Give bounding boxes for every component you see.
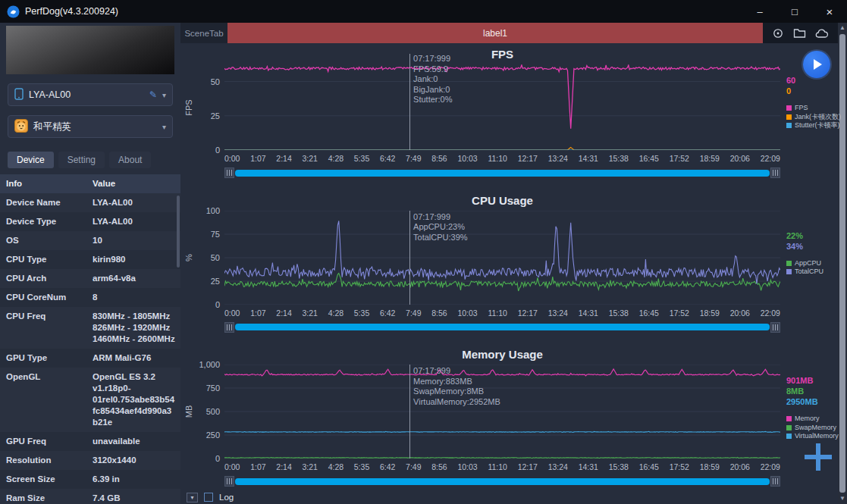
scroll-up-icon[interactable]: ▲ xyxy=(839,23,845,33)
info-table-row: CPU Typekirin980 xyxy=(0,250,180,269)
x-tick-label: 6:42 xyxy=(380,154,395,163)
scene-toolbar xyxy=(770,23,838,43)
x-tick-label: 6:42 xyxy=(380,462,395,471)
tab-device[interactable]: Device xyxy=(8,152,54,168)
legend-item[interactable]: FPS xyxy=(786,104,838,113)
legend-item[interactable]: SwapMemory xyxy=(786,424,838,433)
chart-time-scrollbar[interactable] xyxy=(224,476,780,487)
maximize-button[interactable]: □ xyxy=(777,0,812,23)
plot-area[interactable]: 07:17:999FPS:59.9Jank:0BigJank:0Stutter:… xyxy=(224,64,780,150)
scrollbar-right-handle[interactable] xyxy=(770,167,780,178)
x-axis-labels: 0:001:072:143:214:285:356:427:498:5610:0… xyxy=(224,308,780,318)
value-cell: kirin980 xyxy=(85,250,180,269)
info-cell: Screen Size xyxy=(0,470,85,489)
x-tick-label: 17:52 xyxy=(670,154,689,163)
chart-section: FPS FPS 02550 07:17:999FPS:59.9Jank:0Big… xyxy=(180,45,838,182)
legend-item[interactable]: TotalCPU xyxy=(786,268,838,277)
add-chart-button[interactable] xyxy=(805,443,832,471)
app-window: PerfDog(v4.3.200924) – □ × LYA-AL00 ✎ ▾ xyxy=(0,0,847,504)
legend-item[interactable]: Stutter(卡顿率) xyxy=(786,121,838,130)
legend-label: FPS xyxy=(795,104,808,113)
current-values: 600 xyxy=(786,75,838,96)
log-collapse-button[interactable]: ▾ xyxy=(187,493,198,502)
device-selector[interactable]: LYA-AL00 ✎ ▾ xyxy=(8,83,173,106)
window-scrollbar[interactable]: ▲ ▼ xyxy=(838,23,847,504)
locate-icon[interactable] xyxy=(772,27,784,39)
info-table-header: InfoValue xyxy=(0,174,180,193)
series-current-value: 0 xyxy=(786,86,838,96)
value-cell: LYA-AL00 xyxy=(85,193,180,212)
legend-item[interactable]: AppCPU xyxy=(786,259,838,268)
window-title: PerfDog(v4.3.200924) xyxy=(25,6,118,17)
info-cell: OpenGL xyxy=(0,368,85,432)
x-tick-label: 22:09 xyxy=(761,462,780,471)
title-bar: PerfDog(v4.3.200924) – □ × xyxy=(0,0,847,23)
scrollbar-right-handle[interactable] xyxy=(770,476,780,487)
info-table-row: CPU Archarm64-v8a xyxy=(0,269,180,288)
x-tick-label: 7:49 xyxy=(406,154,421,163)
app-selector-value: 和平精英 xyxy=(33,121,157,133)
scrollbar-left-handle[interactable] xyxy=(224,476,234,487)
legend-swatch-icon xyxy=(786,434,792,439)
x-tick-label: 14:31 xyxy=(579,308,598,318)
folder-icon[interactable] xyxy=(793,27,806,39)
x-tick-label: 13:24 xyxy=(548,308,568,318)
chart-tooltip: 07:17:999AppCPU:23%TotalCPU:39% xyxy=(413,212,468,243)
x-tick-label: 11:10 xyxy=(488,308,507,318)
x-tick-label: 3:21 xyxy=(302,308,317,318)
scrollbar-right-handle[interactable] xyxy=(770,322,780,333)
x-tick-label: 3:21 xyxy=(302,462,317,471)
chart-legend: FPSJank(卡顿次数)Stutter(卡顿率) xyxy=(786,104,838,130)
scrollbar-left-handle[interactable] xyxy=(224,322,234,333)
tab-setting[interactable]: Setting xyxy=(58,152,105,168)
scrollbar-track[interactable] xyxy=(235,170,770,177)
scene-tab[interactable]: SceneTab xyxy=(180,23,227,43)
chevron-down-icon: ▾ xyxy=(162,123,166,131)
plot-area[interactable]: 07:17:999AppCPU:23%TotalCPU:39% xyxy=(224,211,780,305)
tab-about[interactable]: About xyxy=(109,152,151,168)
scroll-down-icon[interactable]: ▼ xyxy=(839,494,845,503)
app-selector[interactable]: 和平精英 ▾ xyxy=(8,115,173,138)
info-table-row: CPU CoreNum8 xyxy=(0,288,180,307)
scrollbar-left-handle[interactable] xyxy=(224,167,234,178)
x-axis-labels: 0:001:072:143:214:285:356:427:498:5610:0… xyxy=(224,462,780,471)
chevron-down-icon: ▾ xyxy=(162,91,166,99)
x-tick-label: 16:45 xyxy=(639,154,659,163)
x-tick-label: 22:09 xyxy=(761,308,780,318)
close-button[interactable]: × xyxy=(812,0,847,23)
chart-title: Memory Usage xyxy=(224,346,780,363)
window-scrollbar-thumb[interactable] xyxy=(839,34,845,493)
value-cell: 6.39 in xyxy=(85,470,180,489)
value-cell: unavailable xyxy=(85,432,180,451)
legend-label: Jank(卡顿次数) xyxy=(795,113,841,122)
scrollbar-track[interactable] xyxy=(235,324,770,330)
chart-legend: AppCPUTotalCPU xyxy=(786,259,838,277)
chart-section: CPU Usage % 0255075100 07:17:999AppCPU:2… xyxy=(180,191,838,337)
value-header-cell: Value xyxy=(85,174,180,193)
x-tick-label: 10:03 xyxy=(457,154,477,163)
legend-label: Stutter(卡顿率) xyxy=(795,121,840,130)
scrollbar-track[interactable] xyxy=(235,478,770,485)
legend-swatch-icon xyxy=(786,416,792,421)
legend-item[interactable]: Jank(卡顿次数) xyxy=(786,113,838,122)
x-tick-label: 4:28 xyxy=(328,308,344,318)
info-cell: GPU Freq xyxy=(0,432,85,451)
x-tick-label: 7:49 xyxy=(406,462,421,471)
plot-area[interactable]: 07:17:999Memory:883MBSwapMemory:8MBVirtu… xyxy=(224,365,780,459)
chart-time-scrollbar[interactable] xyxy=(224,322,780,333)
info-cell: CPU Arch xyxy=(0,269,85,288)
edit-icon[interactable]: ✎ xyxy=(149,89,157,100)
y-tick-label: 50 xyxy=(211,77,220,86)
minimize-button[interactable]: – xyxy=(742,0,777,23)
start-test-button[interactable] xyxy=(803,51,830,78)
value-cell: 7.4 GB xyxy=(85,489,180,504)
log-checkbox[interactable] xyxy=(204,493,213,502)
legend-item[interactable]: VirtualMemory xyxy=(786,432,838,441)
cloud-icon[interactable] xyxy=(815,28,829,39)
sidebar-scrollbar-thumb[interactable] xyxy=(177,196,180,268)
chart-right-panel: 600 FPSJank(卡顿次数)Stutter(卡顿率) xyxy=(780,64,838,150)
y-tick-label: 25 xyxy=(211,277,220,286)
chart-time-scrollbar[interactable] xyxy=(224,167,780,178)
legend-item[interactable]: Memory xyxy=(786,415,838,424)
scene-label-bar[interactable]: label1 xyxy=(227,23,763,43)
